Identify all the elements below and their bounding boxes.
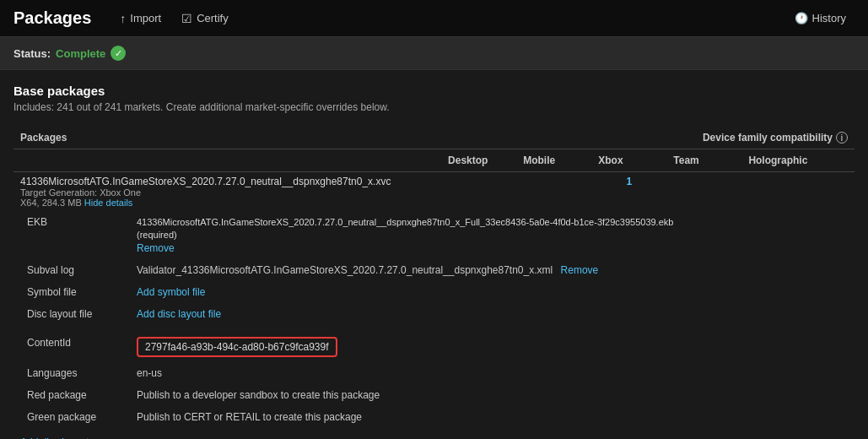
green-package-label: Green package (20, 409, 130, 425)
table-row: 41336MicrosoftATG.InGameStoreXS_2020.7.2… (13, 172, 855, 212)
disc-layout-label: Disc layout file (20, 306, 130, 322)
col-header-packages: Packages (13, 127, 441, 149)
hide-details-link[interactable]: Hide details (84, 198, 132, 208)
subheader-packages (13, 149, 441, 172)
languages-value-cell: en-us (130, 365, 848, 382)
green-package-value: Publish to CERT or RETAIL to create this… (137, 411, 362, 423)
red-package-value-cell: Publish to a developer sandbox to create… (130, 387, 848, 404)
add-disc-layout-file-link[interactable]: Add disc layout file (137, 308, 221, 320)
device-compat-label: Device family compatibility (703, 132, 833, 144)
disc-layout-row: Disc layout file Add disc layout file (13, 303, 855, 325)
subheader-xbox: Xbox (591, 149, 666, 172)
ekb-remove-container: Remove (137, 242, 841, 254)
content-id-value: 2797fa46-a93b-494c-ad80-b67c9fca939f (137, 337, 337, 357)
package-size-detail: X64, 284.3 MB Hide details (20, 198, 434, 208)
team-cell (666, 172, 741, 212)
page-title: Packages (13, 8, 91, 28)
col-header-device-compat: Device family compatibility i (666, 127, 855, 149)
import-button[interactable]: ↑ Import (111, 7, 170, 30)
section-title: Base packages (13, 84, 855, 98)
history-label: History (812, 12, 846, 24)
import-icon: ↑ (120, 12, 126, 25)
package-target: Target Generation: Xbox One (20, 187, 434, 198)
holographic-cell (741, 172, 855, 212)
contentid-row: ContentId 2797fa46-a93b-494c-ad80-b67c9f… (13, 332, 855, 362)
info-icon[interactable]: i (836, 132, 848, 144)
package-filename: 41336MicrosoftATG.InGameStoreXS_2020.7.2… (20, 176, 434, 187)
status-label: Status: (13, 47, 51, 60)
languages-value: en-us (137, 367, 162, 379)
ekb-value-cell: 41336MicrosoftATG.InGameStoreXS_2020.7.2… (130, 214, 848, 257)
add-disc-layout-row: Add disc layout (13, 428, 855, 439)
xbox-cell: 1 (591, 172, 666, 212)
col-header-mobile (516, 127, 591, 149)
languages-row: Languages en-us (13, 362, 855, 384)
subval-label: Subval log (20, 262, 130, 279)
import-label: Import (130, 12, 161, 24)
symbol-row: Symbol file Add symbol file (13, 281, 855, 303)
subval-remove-link[interactable]: Remove (561, 264, 599, 276)
package-info-cell: 41336MicrosoftATG.InGameStoreXS_2020.7.2… (13, 172, 441, 212)
certify-icon: ☑ (181, 12, 192, 25)
subval-value-cell: Validator_41336MicrosoftATG.InGameStoreX… (130, 262, 848, 279)
subheader-mobile: Mobile (516, 149, 591, 172)
subval-row: Subval log Validator_41336MicrosoftATG.I… (13, 259, 855, 281)
section-subtitle: Includes: 241 out of 241 markets. Create… (13, 101, 855, 113)
package-size: X64, 284.3 MB (20, 198, 82, 208)
desktop-cell (441, 172, 516, 212)
certify-label: Certify (197, 12, 229, 24)
ekb-filename: 41336MicrosoftATG.InGameStoreXS_2020.7.2… (137, 216, 841, 229)
main-content: Base packages Includes: 241 out of 241 m… (0, 70, 868, 439)
certify-button[interactable]: ☑ Certify (173, 7, 237, 30)
history-button[interactable]: 🕐 History (786, 7, 855, 30)
packages-table: Packages Device family compatibility i D… (13, 127, 855, 439)
status-check-icon: ✓ (111, 46, 126, 61)
symbol-label: Symbol file (20, 284, 130, 301)
ekb-required: (required) (137, 229, 841, 241)
symbol-value-cell: Add symbol file (130, 284, 848, 301)
disc-layout-value-cell: Add disc layout file (130, 306, 848, 322)
ekb-row: EKB 41336MicrosoftATG.InGameStoreXS_2020… (13, 211, 855, 259)
green-package-value-cell: Publish to CERT or RETAIL to create this… (130, 409, 848, 425)
col-header-xbox (591, 127, 666, 149)
ekb-label: EKB (20, 214, 130, 257)
ekb-remove-link[interactable]: Remove (137, 242, 175, 254)
subheader-desktop: Desktop (441, 149, 516, 172)
contentid-value-cell: 2797fa46-a93b-494c-ad80-b67c9fca939f (130, 334, 848, 360)
add-symbol-file-link[interactable]: Add symbol file (137, 286, 205, 298)
header: Packages ↑ Import ☑ Certify 🕐 History (0, 0, 868, 37)
status-value: Complete (56, 47, 105, 60)
spacer-row (13, 325, 855, 332)
xbox-count: 1 (626, 176, 632, 187)
red-package-value: Publish to a developer sandbox to create… (137, 389, 380, 401)
languages-label: Languages (20, 365, 130, 382)
subval-filename: Validator_41336MicrosoftATG.InGameStoreX… (137, 264, 553, 276)
red-package-label: Red package (20, 387, 130, 404)
status-bar: Status: Complete ✓ (0, 37, 868, 70)
mobile-cell (516, 172, 591, 212)
subheader-team: Team (666, 149, 741, 172)
subheader-holographic: Holographic (741, 149, 855, 172)
col-header-desktop (441, 127, 516, 149)
red-package-row: Red package Publish to a developer sandb… (13, 384, 855, 406)
green-package-row: Green package Publish to CERT or RETAIL … (13, 406, 855, 428)
contentid-label: ContentId (20, 334, 130, 360)
history-icon: 🕐 (795, 12, 808, 24)
